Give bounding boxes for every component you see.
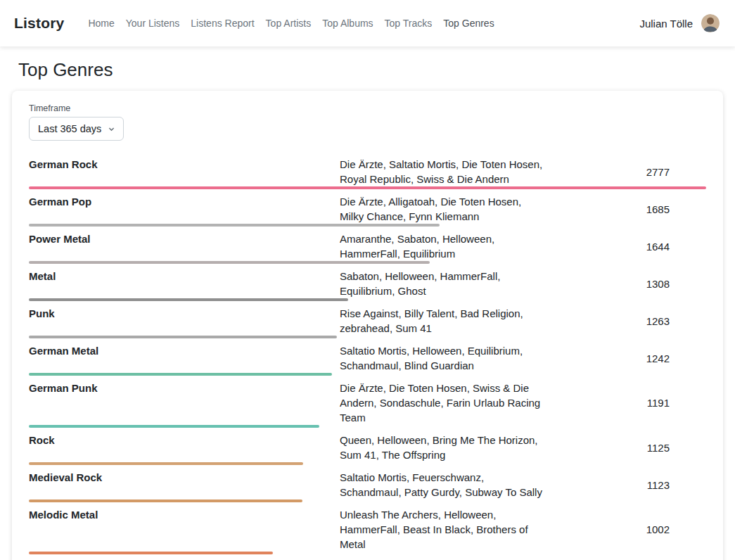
user-name[interactable]: Julian Tölle <box>639 18 693 30</box>
nav-links: HomeYour ListensListens ReportTop Artist… <box>82 12 499 34</box>
avatar-image <box>701 14 720 32</box>
genre-artists: Unleash The Archers, Helloween, HammerFa… <box>340 507 545 552</box>
genre-name: German Pop <box>29 194 340 209</box>
genre-artists: Die Ärzte, Alligatoah, Die Toten Hosen, … <box>340 194 545 224</box>
nav-item-top-tracks[interactable]: Top Tracks <box>379 12 438 34</box>
genre-count: 1685 <box>545 202 706 217</box>
genre-artists: Queen, Helloween, Bring Me The Horizon, … <box>340 433 545 462</box>
genre-count: 1644 <box>545 239 706 254</box>
genre-row: German Pop Die Ärzte, Alligatoah, Die To… <box>29 189 706 227</box>
genre-name: Rock <box>29 433 340 447</box>
genre-count: 1308 <box>545 276 706 291</box>
timeframe-selected-value: Last 365 days <box>38 123 101 134</box>
genre-count: 2777 <box>545 165 706 179</box>
genre-rows: German Rock Die Ärzte, Saltatio Mortis, … <box>29 152 706 560</box>
genre-row: Punk Rise Against, Billy Talent, Bad Rel… <box>29 301 706 338</box>
avatar[interactable] <box>701 14 720 32</box>
genre-row: Melodic Metal Unleash The Archers, Hello… <box>29 502 706 554</box>
genre-row: German Metal Saltatio Mortis, Helloween,… <box>29 338 706 376</box>
genre-count: 1263 <box>545 314 706 329</box>
nav-item-listens-report[interactable]: Listens Report <box>185 12 260 34</box>
genre-count: 1123 <box>545 478 706 492</box>
nav-item-top-genres[interactable]: Top Genres <box>437 12 499 34</box>
genre-artists: Saltatio Mortis, Feuerschwanz, Schandmau… <box>340 470 545 499</box>
genre-count: 1191 <box>545 395 706 410</box>
genre-row: Power Metal Amaranthe, Sabaton, Hellowee… <box>29 227 706 264</box>
user-area: Julian Tölle <box>639 14 720 32</box>
genre-name: German Punk <box>29 381 340 395</box>
navbar: Listory HomeYour ListensListens ReportTo… <box>0 0 735 46</box>
genre-row: Rock Queen, Helloween, Bring Me The Hori… <box>29 428 706 465</box>
timeframe-label: Timeframe <box>29 103 706 113</box>
genre-row: Metal Sabaton, Helloween, HammerFall, Eq… <box>29 264 706 301</box>
genre-artists: Sabaton, Helloween, HammerFall, Equilibr… <box>340 269 545 298</box>
genre-row: German Rock Die Ärzte, Saltatio Mortis, … <box>29 152 706 189</box>
nav-item-top-albums[interactable]: Top Albums <box>317 12 378 34</box>
genre-name: Medieval Rock <box>29 470 340 485</box>
nav-item-home[interactable]: Home <box>82 12 120 34</box>
genre-artists: Amaranthe, Sabaton, Helloween, HammerFal… <box>340 231 545 261</box>
genre-name: Melodic Metal <box>29 507 340 522</box>
genre-count: 1002 <box>545 522 706 537</box>
genre-name: Metal <box>29 269 340 284</box>
genre-row: German Punk Die Ärzte, Die Toten Hosen, … <box>29 376 706 428</box>
genre-count: 1125 <box>545 440 706 455</box>
genre-name: Punk <box>29 306 340 321</box>
genre-artists: Rise Against, Billy Talent, Bad Religion… <box>340 306 545 336</box>
genre-name: German Metal <box>29 343 340 358</box>
page-title: Top Genres <box>0 59 735 81</box>
genre-row: Medieval Rock Saltatio Mortis, Feuerschw… <box>29 465 706 502</box>
genre-count: 1242 <box>545 351 706 366</box>
genre-name: German Rock <box>29 157 340 172</box>
chevron-down-icon <box>108 126 115 132</box>
top-genres-card: Timeframe Last 365 days German Rock Die … <box>12 91 723 560</box>
nav-item-your-listens[interactable]: Your Listens <box>120 12 186 34</box>
genre-name: Power Metal <box>29 231 340 246</box>
nav-item-top-artists[interactable]: Top Artists <box>260 12 317 34</box>
genre-row: German Indie Bukahara, Käptn Peng, KYTES… <box>29 554 706 560</box>
genre-artists: Die Ärzte, Die Toten Hosen, Swiss & Die … <box>340 381 545 425</box>
timeframe-select[interactable]: Last 365 days <box>29 117 124 141</box>
brand-logo[interactable]: Listory <box>14 15 64 32</box>
genre-artists: Die Ärzte, Saltatio Mortis, Die Toten Ho… <box>340 157 545 186</box>
genre-artists: Saltatio Mortis, Helloween, Equilibrium,… <box>340 343 545 373</box>
